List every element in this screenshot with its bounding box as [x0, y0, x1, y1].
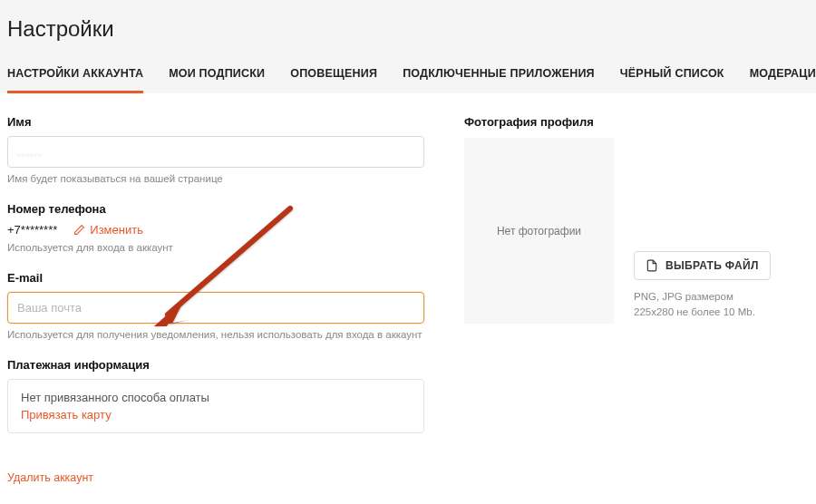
left-column: Имя ...... Имя будет показываться на ваш… [7, 115, 424, 484]
payment-box: Нет привязанного способа оплаты Привязат… [7, 379, 424, 433]
photo-side: ВЫБРАТЬ ФАЙЛ PNG, JPG размером 225x280 н… [634, 251, 772, 325]
email-label: E-mail [7, 271, 424, 285]
payment-field-group: Платежная информация Нет привязанного сп… [7, 358, 424, 433]
main-content: Имя ...... Имя будет показываться на ваш… [0, 93, 816, 491]
payment-label: Платежная информация [7, 358, 424, 372]
right-column: Фотография профиля Нет фотографии ВЫБРАТ… [464, 115, 772, 484]
photo-section-label: Фотография профиля [464, 115, 772, 129]
payment-link-card[interactable]: Привязать карту [21, 408, 411, 422]
delete-account-link[interactable]: Удалить аккаунт [7, 471, 93, 484]
name-field-group: Имя ...... Имя будет показываться на ваш… [7, 115, 424, 184]
phone-edit-link[interactable]: Изменить [73, 223, 143, 237]
photo-hint: PNG, JPG размером 225x280 не более 10 Mb… [634, 289, 772, 321]
name-helper: Имя будет показываться на вашей странице [7, 173, 424, 184]
page-header: Настройки [0, 0, 816, 58]
name-label: Имя [7, 115, 424, 129]
name-input[interactable]: ...... [7, 136, 424, 168]
email-input[interactable] [7, 292, 424, 324]
tab-notifications[interactable]: ОПОВЕЩЕНИЯ [290, 58, 377, 93]
file-icon [646, 259, 658, 272]
tab-blacklist[interactable]: ЧЁРНЫЙ СПИСОК [620, 58, 724, 93]
tabs-nav: НАСТРОЙКИ АККАУНТА МОИ ПОДПИСКИ ОПОВЕЩЕН… [0, 58, 816, 93]
phone-value: +7******** [7, 223, 57, 237]
photo-area: Нет фотографии ВЫБРАТЬ ФАЙЛ PNG, JPG раз… [464, 138, 772, 324]
payment-none-text: Нет привязанного способа оплаты [21, 391, 411, 404]
photo-placeholder: Нет фотографии [464, 138, 614, 324]
choose-file-button[interactable]: ВЫБРАТЬ ФАЙЛ [634, 251, 771, 280]
choose-file-label: ВЫБРАТЬ ФАЙЛ [665, 259, 759, 272]
pencil-icon [73, 224, 85, 236]
tab-connected-apps[interactable]: ПОДКЛЮЧЕННЫЕ ПРИЛОЖЕНИЯ [403, 58, 595, 93]
phone-field-group: Номер телефона +7******** Изменить Испол… [7, 202, 424, 253]
phone-label: Номер телефона [7, 202, 424, 216]
name-value-blurred: ...... [17, 145, 43, 159]
phone-edit-label: Изменить [90, 223, 143, 237]
email-helper: Используется для получения уведомления, … [7, 329, 424, 340]
tab-account-settings[interactable]: НАСТРОЙКИ АККАУНТА [7, 58, 143, 93]
photo-placeholder-text: Нет фотографии [497, 225, 581, 237]
tab-subscriptions[interactable]: МОИ ПОДПИСКИ [169, 58, 265, 93]
page-title: Настройки [7, 16, 809, 42]
phone-helper: Используется для входа в аккаунт [7, 242, 424, 253]
tab-chat-moderation[interactable]: МОДЕРАЦИЯ ЧАТА [750, 58, 816, 93]
email-field-group: E-mail Используется для получения уведом… [7, 271, 424, 340]
